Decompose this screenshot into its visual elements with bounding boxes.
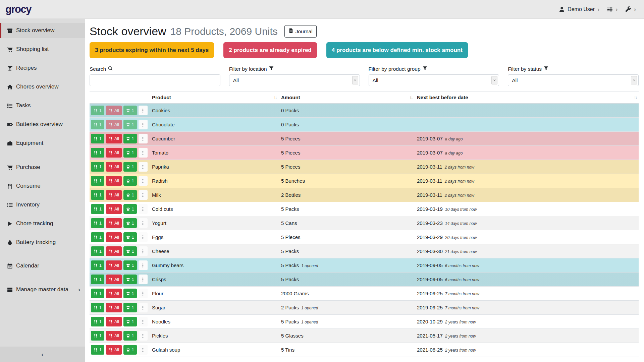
sidebar-item-stock-overview[interactable]: Stock overview (0, 23, 85, 38)
location-select[interactable]: All (229, 74, 360, 86)
open-one-button[interactable]: 1 (123, 204, 137, 214)
row-menu-button[interactable] (139, 176, 148, 186)
consume-one-button[interactable]: 1 (91, 303, 104, 312)
sidebar-item-purchase[interactable]: Purchase (0, 160, 85, 175)
consume-one-button[interactable]: 1 (91, 345, 104, 355)
row-menu-button[interactable] (139, 289, 148, 298)
open-one-button[interactable]: 1 (123, 134, 137, 143)
open-one-button[interactable]: 1 (123, 246, 137, 256)
consume-all-button[interactable]: All (106, 275, 122, 284)
app-logo[interactable]: grocy (5, 3, 31, 15)
product-group-select[interactable]: All (369, 74, 499, 86)
consume-all-button[interactable]: All (106, 134, 122, 143)
open-one-button[interactable]: 1 (123, 120, 137, 129)
sidebar-item-equipment[interactable]: Equipment (0, 135, 85, 151)
consume-all-button[interactable]: All (106, 218, 122, 228)
status-select[interactable]: All (508, 74, 639, 86)
consume-all-button[interactable]: All (106, 120, 122, 129)
alert-expiring[interactable]: 3 products expiring within the next 5 da… (90, 42, 214, 58)
open-one-button[interactable]: 1 (123, 331, 137, 341)
open-one-button[interactable]: 1 (123, 303, 137, 312)
consume-one-button[interactable]: 1 (91, 106, 104, 115)
open-one-button[interactable]: 1 (123, 232, 137, 242)
consume-all-button[interactable]: All (106, 303, 122, 312)
consume-one-button[interactable]: 1 (91, 218, 104, 228)
row-menu-button[interactable] (139, 232, 148, 242)
consume-all-button[interactable]: All (106, 176, 122, 186)
consume-all-button[interactable]: All (106, 345, 122, 355)
sidebar-item-chores-overview[interactable]: Chores overview (0, 79, 85, 95)
row-menu-button[interactable] (139, 246, 148, 256)
consume-one-button[interactable]: 1 (91, 162, 104, 172)
sidebar-item-battery-tracking[interactable]: Battery tracking (0, 235, 85, 250)
row-menu-button[interactable] (139, 218, 148, 228)
row-menu-button[interactable] (139, 303, 148, 312)
open-one-button[interactable]: 1 (123, 218, 137, 228)
row-menu-button[interactable] (139, 106, 148, 115)
consume-all-button[interactable]: All (106, 260, 122, 270)
row-menu-button[interactable] (139, 260, 148, 270)
consume-all-button[interactable]: All (106, 148, 122, 158)
open-one-button[interactable]: 1 (123, 275, 137, 284)
consume-one-button[interactable]: 1 (91, 232, 104, 242)
consume-one-button[interactable]: 1 (91, 260, 104, 270)
row-menu-button[interactable] (139, 162, 148, 172)
consume-one-button[interactable]: 1 (91, 331, 104, 341)
open-one-button[interactable]: 1 (123, 317, 137, 326)
sidebar-item-consume[interactable]: Consume (0, 178, 85, 194)
row-menu-button[interactable] (139, 317, 148, 326)
open-one-button[interactable]: 1 (123, 190, 137, 200)
column-header-product[interactable]: Product ↑↓ (149, 95, 278, 100)
row-menu-button[interactable] (139, 331, 148, 341)
sidebar-item-calendar[interactable]: Calendar (0, 258, 85, 274)
sidebar-item-manage-master-data[interactable]: Manage master data› (0, 282, 85, 297)
sidebar-item-shopping-list[interactable]: Shopping list (0, 42, 85, 57)
open-one-button[interactable]: 1 (123, 162, 137, 172)
consume-one-button[interactable]: 1 (91, 204, 104, 214)
consume-all-button[interactable]: All (106, 232, 122, 242)
consume-all-button[interactable]: All (106, 204, 122, 214)
consume-all-button[interactable]: All (106, 317, 122, 326)
open-one-button[interactable]: 1 (123, 148, 137, 158)
open-one-button[interactable]: 1 (123, 176, 137, 186)
open-one-button[interactable]: 1 (123, 289, 137, 298)
journal-button[interactable]: Journal (284, 25, 317, 38)
row-menu-button[interactable] (139, 134, 148, 143)
row-menu-button[interactable] (139, 190, 148, 200)
settings-menu[interactable]: › (607, 6, 618, 12)
open-one-button[interactable]: 1 (123, 260, 137, 270)
consume-all-button[interactable]: All (106, 289, 122, 298)
user-menu[interactable]: Demo User › (559, 6, 599, 12)
consume-one-button[interactable]: 1 (91, 317, 104, 326)
sidebar-item-inventory[interactable]: Inventory (0, 197, 85, 213)
consume-one-button[interactable]: 1 (91, 190, 104, 200)
alert-expired[interactable]: 2 products are already expired (223, 42, 317, 58)
consume-all-button[interactable]: All (106, 190, 122, 200)
sidebar-item-recipes[interactable]: Recipes (0, 60, 85, 76)
column-header-amount[interactable]: Amount ↑↓ (278, 95, 414, 100)
open-one-button[interactable]: 1 (123, 345, 137, 355)
consume-one-button[interactable]: 1 (91, 148, 104, 158)
row-menu-button[interactable] (139, 120, 148, 129)
consume-one-button[interactable]: 1 (91, 275, 104, 284)
column-header-next-best-before-date[interactable]: Next best before date ↑↓ (414, 95, 639, 100)
row-menu-button[interactable] (139, 148, 148, 158)
consume-all-button[interactable]: All (106, 162, 122, 172)
sidebar-item-chore-tracking[interactable]: Chore tracking (0, 216, 85, 231)
consume-all-button[interactable]: All (106, 106, 122, 115)
sidebar-item-batteries-overview[interactable]: Batteries overview (0, 117, 85, 132)
sidebar-item-tasks[interactable]: Tasks (0, 98, 85, 113)
consume-all-button[interactable]: All (106, 246, 122, 256)
consume-one-button[interactable]: 1 (91, 120, 104, 129)
alert-below-min-stock[interactable]: 4 products are below defined min. stock … (326, 42, 468, 58)
consume-one-button[interactable]: 1 (91, 134, 104, 143)
sidebar-collapse-button[interactable]: ‹ (0, 347, 85, 362)
consume-one-button[interactable]: 1 (91, 246, 104, 256)
admin-menu[interactable]: › (625, 6, 636, 12)
consume-one-button[interactable]: 1 (91, 176, 104, 186)
search-input[interactable] (90, 74, 220, 86)
row-menu-button[interactable] (139, 275, 148, 284)
consume-all-button[interactable]: All (106, 331, 122, 341)
consume-one-button[interactable]: 1 (91, 289, 104, 298)
open-one-button[interactable]: 1 (123, 106, 137, 115)
